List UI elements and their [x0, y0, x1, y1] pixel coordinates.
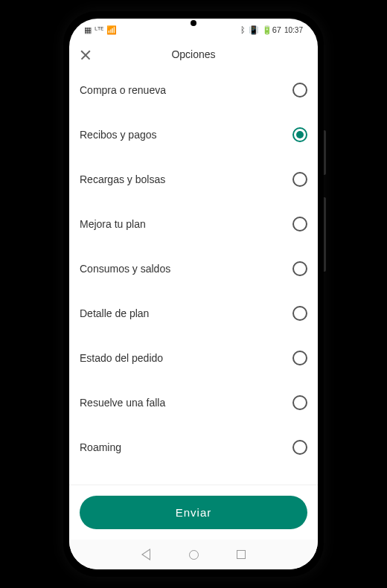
android-nav-bar: [69, 540, 318, 569]
bluetooth-icon: ᛒ: [240, 25, 246, 34]
page-title: Opciones: [171, 48, 215, 60]
option-label: Mejora tu plan: [80, 218, 146, 230]
back-button[interactable]: [141, 549, 151, 560]
option-label: Estado del pedido: [80, 352, 163, 364]
option-label: Recargas y bolsas: [80, 173, 165, 185]
radio-icon[interactable]: [292, 172, 307, 187]
option-row[interactable]: Recargas y bolsas: [80, 157, 307, 202]
option-row[interactable]: Detalle de plan: [80, 291, 307, 336]
option-label: Compra o renueva: [80, 84, 166, 96]
radio-icon[interactable]: [292, 127, 307, 142]
option-label: Consumos y saldos: [80, 263, 170, 275]
recent-button[interactable]: [236, 549, 246, 560]
submit-button[interactable]: Enviar: [80, 496, 307, 529]
option-row[interactable]: Mejora tu plan: [80, 202, 307, 246]
time-label: 10:37: [284, 26, 303, 34]
status-left: ▦ ᴸᵀᴱ 📶: [84, 25, 117, 35]
header: Opciones: [69, 41, 318, 68]
close-icon[interactable]: [80, 48, 92, 60]
battery-icon: 🔋67: [262, 25, 281, 35]
hd-icon: ▦: [84, 25, 92, 35]
radio-icon[interactable]: [292, 395, 307, 410]
radio-icon[interactable]: [292, 261, 307, 276]
option-label: Detalle de plan: [80, 307, 149, 319]
option-row[interactable]: Roaming: [80, 425, 307, 470]
battery-level: 67: [272, 25, 281, 34]
radio-icon[interactable]: [292, 306, 307, 321]
option-row[interactable]: Consumos y saldos: [80, 246, 307, 291]
option-label: Resuelve una falla: [80, 397, 165, 409]
vibrate-icon: 📳: [249, 25, 259, 35]
status-right: ᛒ 📳 🔋67 10:37: [240, 25, 303, 35]
signal-icon: 📶: [106, 25, 117, 35]
radio-icon[interactable]: [292, 83, 307, 98]
radio-icon[interactable]: [292, 217, 307, 231]
screen: ▦ ᴸᵀᴱ 📶 ᛒ 📳 🔋67 10:37 Opciones Compra o …: [69, 19, 318, 569]
option-label: Roaming: [80, 441, 121, 453]
option-row[interactable]: Recibos y pagos: [80, 112, 307, 157]
power-button[interactable]: [324, 130, 326, 175]
radio-icon[interactable]: [292, 440, 307, 455]
option-row[interactable]: Estado del pedido: [80, 336, 307, 380]
phone-frame: ▦ ᴸᵀᴱ 📶 ᛒ 📳 🔋67 10:37 Opciones Compra o …: [63, 11, 324, 577]
footer: Enviar: [69, 485, 318, 540]
volume-button[interactable]: [324, 197, 326, 272]
option-row[interactable]: Resuelve una falla: [80, 380, 307, 425]
option-label: Recibos y pagos: [80, 129, 157, 141]
camera-notch: [191, 20, 196, 26]
option-row[interactable]: Compra o renueva: [80, 68, 307, 112]
radio-icon[interactable]: [292, 351, 307, 365]
home-button[interactable]: [188, 549, 199, 560]
options-list[interactable]: Compra o renuevaRecibos y pagosRecargas …: [69, 68, 318, 485]
lte-icon: ᴸᵀᴱ: [95, 25, 103, 35]
